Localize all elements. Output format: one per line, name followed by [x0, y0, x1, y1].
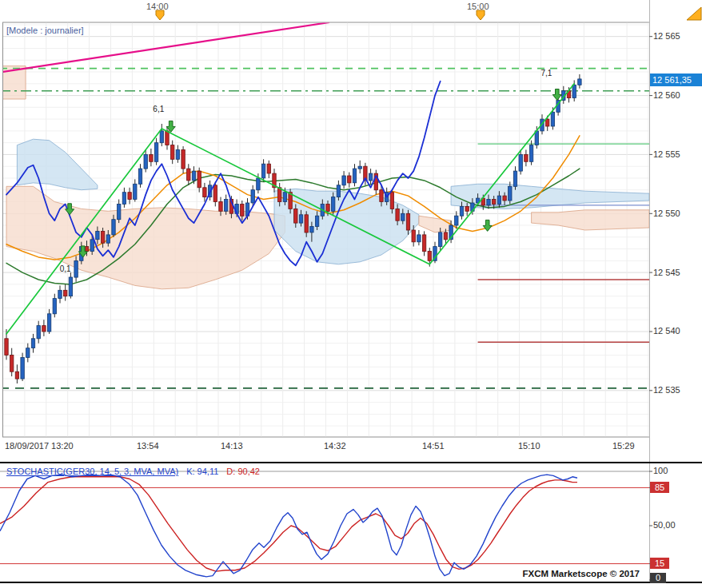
stoch-zero-badge: 0: [650, 573, 666, 583]
time-label: 14:51: [422, 441, 445, 451]
stochastic-d-value: D: 90,42: [226, 467, 260, 476]
stochastic-k-value: K: 94,11: [186, 467, 218, 476]
pivot-label: 0,1: [60, 264, 71, 273]
price-tick-label: 12 535: [653, 385, 680, 395]
stoch-level-15-badge: 15: [650, 558, 669, 569]
stoch-tick-label: 100: [653, 466, 668, 476]
stochastic-header: STOCHASTIC(GER30, 14, 5, 3, MVA, MVA)K: …: [6, 467, 260, 476]
pivot-label: 7,1: [540, 69, 552, 77]
time-label: 14:32: [324, 441, 346, 451]
price-tick-label: 12 560: [653, 90, 680, 101]
stochastic-d-line: [0, 477, 577, 571]
bottom-border: [0, 582, 702, 583]
price-tick-label: 12 555: [653, 149, 680, 160]
price-tick-label: 12 565: [653, 31, 680, 42]
time-axis[interactable]: 18/09/2017 13:20 13:54 14:13 14:32 14:51…: [0, 437, 649, 462]
top-time-axis[interactable]: 14:00 15:00: [0, 0, 649, 22]
time-label: 15:29: [612, 441, 635, 451]
chart-title-label: [Modele : journalier]: [6, 26, 84, 35]
stochastic-k-line: [0, 475, 577, 577]
time-label: 18/09/2017 13:20: [5, 441, 74, 451]
current-price-badge: 12 561,35: [650, 74, 702, 86]
panel-divider: [0, 462, 702, 463]
price-tick-label: 12 540: [653, 326, 680, 336]
top-time-label: 15:00: [467, 2, 489, 12]
stoch-level-85-badge: 85: [650, 482, 669, 493]
stochastic-label: STOCHASTIC(GER30, 14, 5, 3, MVA, MVA): [6, 467, 178, 476]
price-tick-label: 12 545: [653, 268, 680, 278]
time-label: 15:10: [518, 441, 540, 451]
top-time-label: 14:00: [146, 2, 169, 12]
time-label: 14:13: [221, 441, 243, 451]
copyright-label: FXCM Marketscope © 2017: [522, 569, 640, 578]
pivot-label: 6,1: [153, 105, 164, 113]
chart-canvas[interactable]: 0,16,17,1: [0, 0, 702, 588]
stoch-tick-label: 50,00: [653, 520, 676, 530]
price-tick-label: 12 550: [653, 209, 680, 219]
time-label: 13:54: [137, 441, 159, 451]
price-axis[interactable]: 12 565 12 560 12 555 12 550 12 545 12 54…: [649, 0, 702, 462]
stochastic-axis[interactable]: 100 85 50,00 15 0: [649, 463, 702, 582]
